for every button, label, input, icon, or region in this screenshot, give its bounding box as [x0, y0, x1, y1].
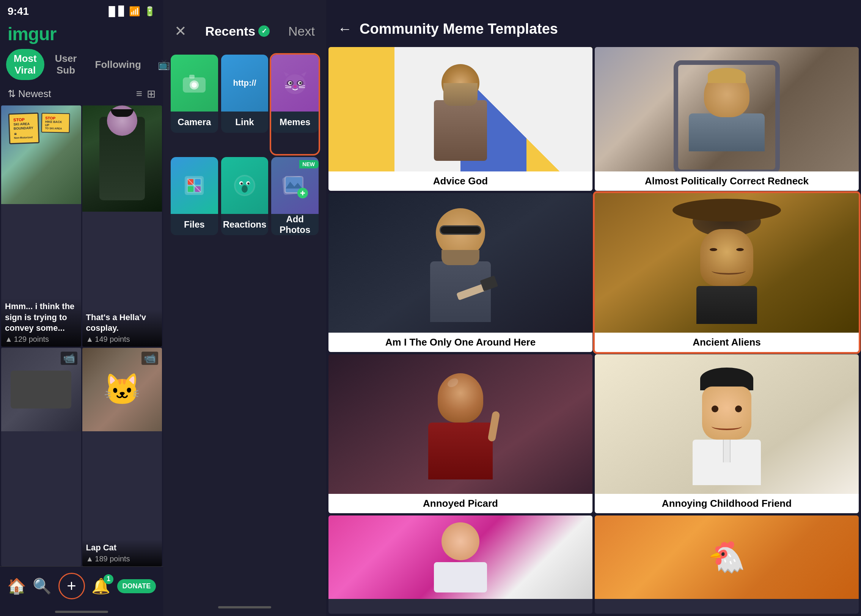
recents-title: Recents ✓ [205, 24, 270, 39]
add-icon: + [67, 577, 76, 595]
close-button[interactable]: ✕ [174, 23, 187, 39]
home-indicator [55, 611, 108, 613]
nav-notifications[interactable]: 🔔 1 [91, 577, 110, 595]
memes-grid: Advice God Almost Politically Correct Re… [326, 45, 861, 616]
imgur-logo: imgur [0, 20, 163, 49]
feed-caption-text-cat: Lap Cat [86, 542, 159, 553]
camera-tile-label: Camera [171, 112, 218, 133]
add-photos-tile-label: Add Photos [271, 214, 319, 235]
meme-card-partial-2[interactable]: 🐔 [595, 515, 859, 614]
sort-text: Newest [18, 88, 51, 100]
sort-bar: ⇅ Newest ≡ ⊞ [0, 85, 163, 105]
notification-badge: 1 [104, 574, 113, 584]
svg-point-11 [289, 82, 292, 84]
camera-icon [181, 72, 207, 94]
meme-card-ancient-aliens[interactable]: Ancient Aliens [595, 193, 859, 352]
recents-panel: ✕ Recents ✓ Next Camera http:// [163, 0, 326, 616]
sort-arrows-icon: ⇅ [8, 88, 16, 100]
meme-label-childhood-friend: Annoying Childhood Friend [595, 494, 859, 513]
tile-camera[interactable]: Camera [171, 55, 218, 154]
upvote-icon-3: ▲ [86, 555, 94, 563]
link-tile-label: Link [221, 112, 269, 133]
feed-item-car[interactable]: 📹 [1, 348, 81, 566]
nav-home[interactable]: 🏠 [7, 577, 26, 595]
next-button[interactable]: Next [288, 24, 315, 39]
meme-card-partial-1[interactable] [328, 515, 592, 614]
main-tabs: Most Viral User Sub Following 📺 Snacks [0, 49, 163, 85]
svg-point-30 [247, 182, 250, 185]
meme-card-redneck[interactable]: Almost Politically Correct Redneck [595, 47, 859, 191]
link-tile-bg: http:// [221, 55, 269, 112]
meme-card-advice-god[interactable]: Advice God [328, 47, 592, 191]
grid-icon[interactable]: ⊞ [147, 88, 156, 100]
svg-point-13 [294, 85, 297, 88]
feed-caption-text-ski: Hmm... i think the sign is trying to con… [5, 301, 77, 334]
video-icon-car: 📹 [61, 352, 77, 365]
feed-caption-cat: Lap Cat ▲ 189 points [82, 539, 162, 566]
new-badge: NEW [299, 160, 319, 168]
tile-link[interactable]: http:// Link [221, 55, 269, 154]
add-photos-icon [280, 172, 310, 199]
verified-icon: ✓ [258, 25, 270, 37]
status-time: 9:41 [8, 5, 29, 17]
svg-point-29 [240, 182, 243, 185]
upvote-icon: ▲ [5, 335, 13, 344]
wifi-icon: 📶 [129, 6, 140, 17]
bottom-indicator [218, 606, 271, 608]
memes-panel: ← Community Meme Templates Advice God [326, 0, 861, 616]
meme-label-redneck: Almost Politically Correct Redneck [595, 171, 859, 191]
logo-text: imgur [8, 24, 56, 44]
recents-header: ✕ Recents ✓ Next [163, 0, 326, 51]
tab-following[interactable]: Following [88, 55, 149, 74]
meme-card-am-i[interactable]: Am I The Only One Around Here [328, 193, 592, 352]
meme-label-ancient-aliens: Ancient Aliens [595, 333, 859, 352]
filter-icon[interactable]: ≡ [136, 88, 142, 100]
sort-label[interactable]: ⇅ Newest [8, 88, 51, 100]
recents-title-text: Recents [205, 24, 255, 39]
svg-marker-5 [284, 72, 289, 77]
meme-label-picard: Annoyed Picard [328, 494, 592, 513]
reactions-icon [231, 172, 258, 199]
feed-caption-ski: Hmm... i think the sign is trying to con… [1, 298, 81, 347]
meme-card-childhood-friend[interactable]: Annoying Childhood Friend [595, 354, 859, 513]
back-button[interactable]: ← [338, 21, 352, 37]
tile-reactions[interactable]: Reactions [221, 157, 269, 256]
donate-label: DONATE [123, 582, 151, 590]
memes-tile-label: Memes [271, 112, 319, 133]
meme-label-advice-god: Advice God [328, 171, 592, 191]
feed-caption-cosplay: That's a Hella'v cosplay. ▲ 149 points [82, 309, 162, 347]
points-text-cosplay: 149 points [95, 335, 130, 344]
feed-item-cosplay[interactable]: That's a Hella'v cosplay. ▲ 149 points [82, 105, 162, 347]
status-bar: 9:41 ▐▌▊ 📶 🔋 [0, 0, 163, 20]
nav-search[interactable]: 🔍 [33, 577, 52, 595]
feed-points-cat: ▲ 189 points [86, 555, 159, 563]
feed-item-cat[interactable]: 🐱 📹 Lap Cat ▲ 189 points [82, 348, 162, 566]
feed-panel: 9:41 ▐▌▊ 📶 🔋 imgur Most Viral User Sub F… [0, 0, 163, 616]
svg-rect-3 [189, 75, 195, 79]
meme-card-picard[interactable]: Annoyed Picard [328, 354, 592, 513]
sort-icons: ≡ ⊞ [136, 88, 156, 100]
video-icon-cat: 📹 [141, 352, 158, 365]
nav-add-button[interactable]: + [58, 573, 85, 599]
tile-add-photos[interactable]: NEW Add Photos [271, 157, 319, 256]
home-icon: 🏠 [7, 577, 26, 595]
tile-files[interactable]: Files [171, 157, 218, 256]
battery-icon: 🔋 [144, 6, 156, 17]
tab-most-viral[interactable]: Most Viral [6, 49, 44, 80]
reactions-tile-label: Reactions [221, 214, 269, 235]
tab-user-sub[interactable]: User Sub [47, 49, 85, 80]
tile-memes[interactable]: Memes [271, 55, 319, 154]
reactions-tile-bg [221, 157, 269, 214]
bottom-nav: 🏠 🔍 + 🔔 1 DONATE [0, 566, 163, 611]
search-icon: 🔍 [33, 577, 52, 595]
files-tile-bg [171, 157, 218, 214]
recents-grid: Camera http:// Link [163, 51, 326, 260]
svg-point-12 [299, 82, 302, 84]
feed-item-ski[interactable]: STOP SKI AREA BOUNDARY ☠ Non-Motorized S… [1, 105, 81, 347]
link-icon: http:// [233, 77, 256, 89]
memes-icon [280, 70, 310, 96]
nav-donate-button[interactable]: DONATE [117, 579, 156, 593]
memes-title: Community Meme Templates [360, 21, 558, 37]
points-text-cat: 189 points [95, 555, 130, 563]
upvote-icon-2: ▲ [86, 335, 94, 344]
